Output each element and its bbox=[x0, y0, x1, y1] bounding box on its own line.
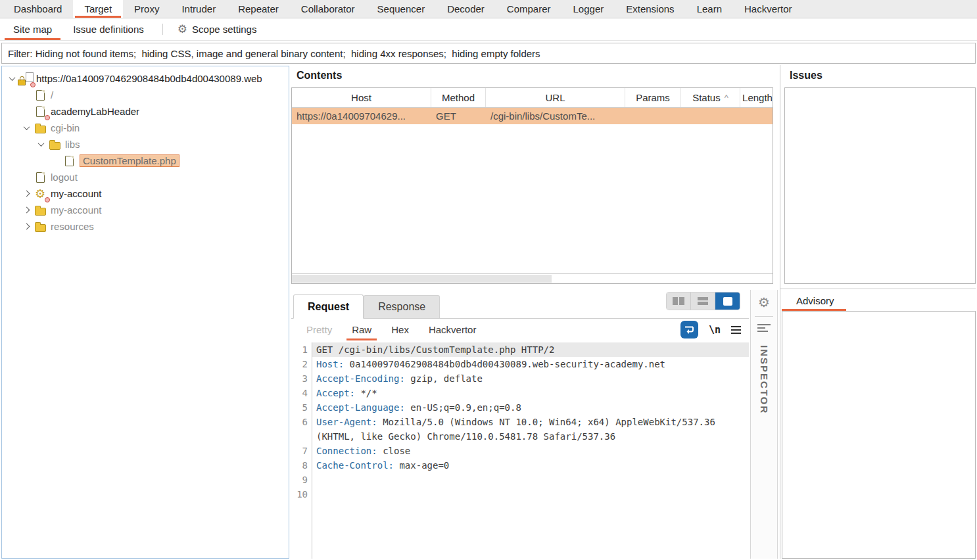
request-line: 8Cache-Control: max-age=0 bbox=[291, 458, 749, 473]
issue-badge-icon bbox=[30, 82, 36, 87]
cell-host: https://0a14009704629... bbox=[292, 110, 431, 122]
file-icon bbox=[61, 154, 77, 168]
column-header-params[interactable]: Params bbox=[625, 88, 681, 107]
tab-issue-definitions[interactable]: Issue definitions bbox=[62, 18, 155, 40]
lock-file-icon bbox=[18, 72, 34, 86]
message-editor-tabs: RequestResponse bbox=[291, 290, 749, 319]
line-content: GET /cgi-bin/libs/CustomTemplate.php HTT… bbox=[312, 342, 749, 357]
tree-item-https-0a1400970462908484b0db4d00430089-web[interactable]: https://0a1400970462908484b0db4d00430089… bbox=[2, 70, 289, 87]
line-content: Host: 0a1400970462908484b0db4d00430089.w… bbox=[312, 357, 749, 371]
column-header-method[interactable]: Method bbox=[431, 88, 486, 107]
line-number: 5 bbox=[291, 400, 312, 415]
line-content: Cache-Control: max-age=0 bbox=[312, 458, 749, 473]
line-number: 1 bbox=[291, 342, 312, 357]
tab-intruder[interactable]: Intruder bbox=[170, 0, 227, 18]
editor-menu-icon[interactable] bbox=[731, 326, 741, 334]
tab-sequencer[interactable]: Sequencer bbox=[366, 0, 437, 18]
tree-item-label: my-account bbox=[51, 188, 102, 199]
tab-learn[interactable]: Learn bbox=[686, 0, 733, 18]
scope-settings-button[interactable]: ⚙ Scope settings bbox=[171, 18, 264, 40]
tree-item-my-account[interactable]: ⚙my-account bbox=[2, 185, 289, 202]
chevron-down-icon[interactable] bbox=[35, 142, 47, 147]
tree-item-label: cgi-bin bbox=[51, 122, 80, 133]
line-number: 8 bbox=[291, 458, 312, 473]
contents-horizontal-scrollbar[interactable] bbox=[292, 273, 773, 283]
chevron-down-icon[interactable] bbox=[20, 126, 32, 130]
editor-settings-gear-icon[interactable]: ⚙ bbox=[758, 296, 770, 309]
request-line: 6User-Agent: Mozilla/5.0 (Windows NT 10.… bbox=[291, 415, 749, 444]
column-header-url[interactable]: URL bbox=[486, 88, 625, 107]
chevron-right-icon[interactable] bbox=[20, 224, 32, 229]
gear-icon: ⚙ bbox=[32, 187, 48, 201]
editor-toolbar-icons: \n bbox=[680, 321, 741, 338]
contents-table-body: https://0a14009704629...GET/cgi-bin/libs… bbox=[292, 108, 773, 124]
tab-request[interactable]: Request bbox=[293, 294, 364, 319]
tab-comparer[interactable]: Comparer bbox=[496, 0, 562, 18]
strip-divider bbox=[755, 316, 773, 317]
tree-item-cgi-bin[interactable]: cgi-bin bbox=[2, 120, 289, 136]
scope-settings-label: Scope settings bbox=[192, 24, 256, 35]
tab-site-map[interactable]: Site map bbox=[3, 18, 62, 40]
tab-proxy[interactable]: Proxy bbox=[123, 0, 170, 18]
layout-rows-button[interactable] bbox=[691, 292, 715, 310]
chevron-right-icon[interactable] bbox=[20, 208, 32, 212]
request-line: 4Accept: */* bbox=[291, 386, 749, 400]
tree-item-resources[interactable]: resources bbox=[2, 218, 289, 235]
target-sub-tabs: Site mapIssue definitions bbox=[3, 18, 155, 40]
view-tab-hackvertor[interactable]: Hackvertor bbox=[419, 319, 487, 340]
chevron-down-icon[interactable] bbox=[6, 76, 18, 81]
column-header-host[interactable]: Host bbox=[292, 88, 431, 107]
tree-item-logout[interactable]: logout bbox=[2, 169, 289, 185]
line-content bbox=[312, 473, 749, 487]
chevron-right-icon[interactable] bbox=[20, 191, 32, 196]
request-line: 1GET /cgi-bin/libs/CustomTemplate.php HT… bbox=[291, 342, 749, 357]
tab-hackvertor[interactable]: Hackvertor bbox=[733, 0, 803, 18]
tree-item-academylabheader[interactable]: academyLabHeader bbox=[2, 103, 289, 120]
request-line: 9 bbox=[291, 473, 749, 487]
column-header-length[interactable]: Length bbox=[740, 88, 774, 107]
tab-logger[interactable]: Logger bbox=[562, 0, 615, 18]
tab-decoder[interactable]: Decoder bbox=[436, 0, 496, 18]
tab-extensions[interactable]: Extensions bbox=[615, 0, 685, 18]
layout-toggle-group bbox=[666, 292, 740, 310]
toolbar-divider bbox=[162, 24, 163, 35]
contents-table: HostMethodURLParamsStatus^Length https:/… bbox=[291, 87, 773, 284]
layout-single-button[interactable] bbox=[715, 292, 740, 310]
line-content: Accept-Encoding: gzip, deflate bbox=[312, 371, 749, 386]
word-wrap-icon[interactable] bbox=[680, 321, 698, 338]
inspector-collapse-icon[interactable] bbox=[757, 324, 771, 332]
request-editor[interactable]: 1GET /cgi-bin/libs/CustomTemplate.php HT… bbox=[291, 340, 749, 559]
request-line: 3Accept-Encoding: gzip, deflate bbox=[291, 371, 749, 386]
folder-icon bbox=[32, 121, 48, 135]
tab-collaborator[interactable]: Collaborator bbox=[290, 0, 366, 18]
editor-empty-content bbox=[312, 502, 749, 559]
scrollbar-thumb[interactable] bbox=[292, 275, 552, 283]
file-icon bbox=[32, 170, 48, 185]
layout-columns-button[interactable] bbox=[667, 292, 691, 310]
view-tab-hex[interactable]: Hex bbox=[381, 319, 419, 340]
tree-item-libs[interactable]: libs bbox=[2, 136, 289, 152]
tree-item-label: / bbox=[51, 89, 53, 101]
advisory-tab[interactable]: Advisory bbox=[782, 289, 847, 311]
view-tab-raw[interactable]: Raw bbox=[342, 319, 381, 340]
target-toolbar: Site mapIssue definitions ⚙ Scope settin… bbox=[0, 18, 977, 41]
tree-item-label: libs bbox=[65, 139, 80, 150]
line-number: 7 bbox=[291, 444, 312, 458]
table-row[interactable]: https://0a14009704629...GET/cgi-bin/libs… bbox=[292, 108, 773, 124]
tab-repeater[interactable]: Repeater bbox=[227, 0, 290, 18]
sitemap-filter-bar[interactable]: Filter: Hiding not found items; hiding C… bbox=[1, 43, 976, 64]
tab-target[interactable]: Target bbox=[73, 0, 123, 18]
tab-dashboard[interactable]: Dashboard bbox=[3, 0, 73, 18]
site-map-tree[interactable]: https://0a1400970462908484b0db4d00430089… bbox=[1, 66, 289, 559]
tree-item-my-account[interactable]: my-account bbox=[2, 202, 289, 218]
tree-item-label: my-account bbox=[51, 204, 102, 216]
request-line: 5Accept-Language: en-US;q=0.9,en;q=0.8 bbox=[291, 400, 749, 415]
tab-response[interactable]: Response bbox=[364, 295, 440, 318]
column-header-status[interactable]: Status^ bbox=[681, 88, 740, 107]
tree-item-[interactable]: / bbox=[2, 87, 289, 103]
cell-url: /cgi-bin/libs/CustomTe... bbox=[486, 110, 625, 122]
tree-item-customtemplate-php[interactable]: CustomTemplate.php bbox=[2, 152, 289, 169]
message-view-tabs: PrettyRawHexHackvertor \n bbox=[291, 319, 749, 340]
show-newlines-button[interactable]: \n bbox=[709, 324, 721, 336]
inspector-tab[interactable]: INSPECTOR bbox=[759, 345, 770, 414]
